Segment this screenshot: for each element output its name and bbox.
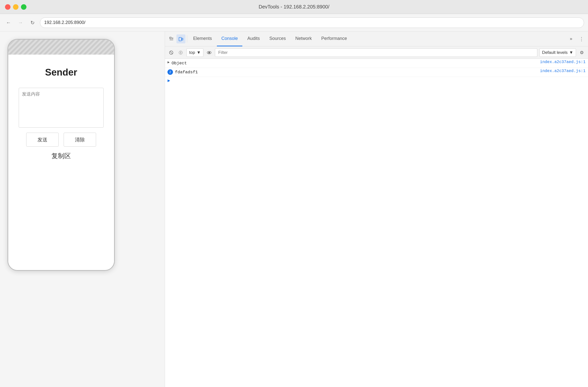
repeat-count-badge: 2: [167, 69, 173, 75]
console-row-object: ► Object index.a2c37aed.js:1: [165, 59, 588, 68]
tab-network[interactable]: Network: [291, 31, 316, 46]
eye-button[interactable]: [205, 49, 213, 56]
console-source-string[interactable]: index.a2c37aed.js:1: [540, 69, 586, 73]
browser-window: DevTools - 192.168.2.205:8900/ ← → ↻ 192…: [0, 0, 588, 387]
close-button[interactable]: [5, 4, 10, 10]
traffic-lights: [5, 4, 26, 10]
device-top-bar: [8, 40, 114, 55]
toolbar-separator: [187, 35, 187, 43]
svg-line-7: [170, 52, 172, 54]
device-content: Sender 发送 清除 复制区: [8, 55, 114, 270]
svg-rect-0: [170, 37, 171, 39]
back-button[interactable]: ←: [4, 18, 13, 27]
levels-label: Default levels: [542, 50, 568, 55]
context-selector[interactable]: top ▼: [186, 48, 203, 57]
more-tabs-button[interactable]: »: [567, 34, 576, 43]
nav-bar: ← → ↻ 192.168.2.205:8900/: [0, 14, 588, 31]
address-bar[interactable]: 192.168.2.205:8900/: [40, 17, 584, 28]
prompt-arrow-icon: ►: [167, 78, 170, 83]
copy-zone-label: 复制区: [51, 152, 71, 160]
main-area: Sender 发送 清除 复制区: [0, 31, 588, 387]
svg-rect-5: [182, 38, 183, 40]
preserve-log-button[interactable]: [177, 49, 184, 56]
device-toggle-button[interactable]: [176, 34, 185, 43]
console-settings-button[interactable]: ⚙: [578, 49, 586, 56]
console-filter-input[interactable]: [215, 48, 537, 57]
expand-object-arrow[interactable]: ►: [167, 60, 169, 64]
clear-button[interactable]: 清除: [64, 133, 96, 147]
browser-viewport: Sender 发送 清除 复制区: [0, 31, 165, 387]
devtools-toolbar: Elements Console Audits Sources Network …: [165, 31, 588, 46]
window-title: DevTools - 192.168.2.205:8900/: [259, 4, 329, 10]
svg-rect-4: [179, 37, 181, 41]
tab-elements[interactable]: Elements: [189, 31, 216, 46]
clear-console-button[interactable]: [167, 49, 175, 56]
reload-button[interactable]: ↻: [28, 18, 37, 27]
console-toolbar: top ▼ Default levels ▼ ⚙: [165, 46, 588, 59]
levels-dropdown-icon: ▼: [569, 50, 573, 55]
console-object-text: Object: [171, 60, 538, 67]
context-dropdown-icon: ▼: [197, 50, 201, 55]
tab-performance[interactable]: Performance: [317, 31, 351, 46]
devtools-menu-button[interactable]: ⋮: [577, 34, 586, 43]
forward-button[interactable]: →: [16, 18, 25, 27]
tab-audits[interactable]: Audits: [243, 31, 264, 46]
maximize-button[interactable]: [21, 4, 26, 10]
console-row-string: 2 fdafadsf1 index.a2c37aed.js:1: [165, 68, 588, 77]
console-source-object[interactable]: index.a2c37aed.js:1: [540, 60, 586, 64]
context-value: top: [189, 50, 195, 55]
device-frame: Sender 发送 清除 复制区: [7, 39, 115, 271]
svg-point-11: [209, 52, 210, 53]
send-button[interactable]: 发送: [26, 133, 59, 147]
console-output: ► Object index.a2c37aed.js:1 2 fdafadsf1…: [165, 59, 588, 387]
minimize-button[interactable]: [13, 4, 18, 10]
devtools-panel: Elements Console Audits Sources Network …: [165, 31, 588, 387]
tab-console[interactable]: Console: [217, 31, 242, 46]
button-row: 发送 清除: [26, 133, 96, 147]
console-prompt: ►: [165, 77, 588, 85]
levels-selector[interactable]: Default levels ▼: [539, 48, 576, 57]
inspect-element-button[interactable]: [167, 34, 176, 43]
tab-sources[interactable]: Sources: [265, 31, 290, 46]
title-bar: DevTools - 192.168.2.205:8900/: [0, 0, 588, 14]
message-textarea[interactable]: [19, 88, 104, 128]
app-title: Sender: [45, 67, 77, 78]
console-string-text: fdafadsf1: [175, 69, 538, 76]
url-text: 192.168.2.205:8900/: [44, 20, 85, 25]
